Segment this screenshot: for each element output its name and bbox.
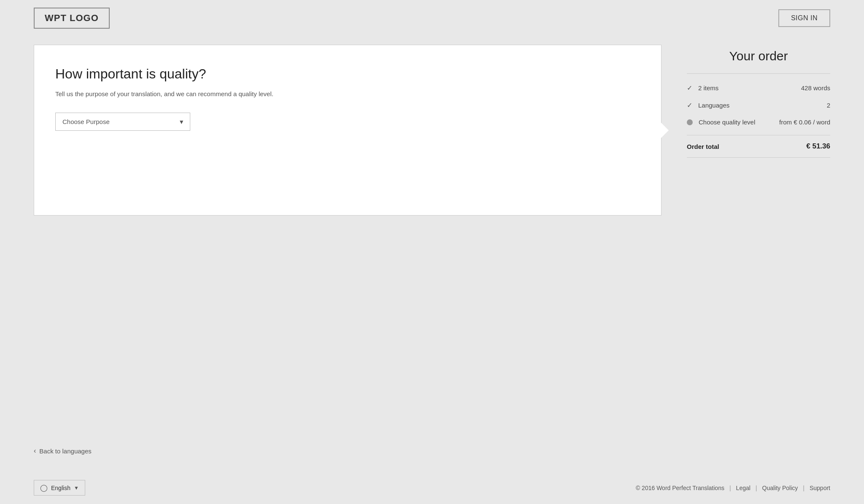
purpose-select[interactable]: Choose Purpose Professional Personal Mar… [55, 113, 190, 131]
order-quality-value: from € 0.06 / word [779, 119, 830, 126]
left-panel: How important is quality? Tell us the pu… [34, 45, 662, 216]
order-title: Your order [687, 49, 830, 63]
order-items-label: 2 items [698, 84, 718, 92]
header: WPT LOGO SIGN IN [0, 0, 864, 36]
dot-icon-quality [687, 119, 693, 125]
order-total-row: Order total € 51.36 [687, 142, 830, 151]
order-total-label: Order total [687, 143, 719, 150]
order-row-items: ✓ 2 items 428 words [687, 84, 830, 92]
language-select[interactable]: ◯ English ▼ [34, 480, 85, 496]
footer-divider-3: | [803, 485, 805, 491]
sign-in-button[interactable]: SIGN IN [778, 9, 830, 27]
order-quality-label: Choose quality level [699, 119, 755, 126]
quality-card: How important is quality? Tell us the pu… [34, 45, 662, 216]
purpose-select-wrapper: Choose Purpose Professional Personal Mar… [55, 113, 190, 131]
back-link-label: Back to languages [39, 447, 91, 455]
footer-link-quality-policy[interactable]: Quality Policy [762, 485, 798, 491]
order-row-items-left: ✓ 2 items [687, 84, 718, 92]
chevron-left-icon: ‹ [34, 447, 36, 455]
card-subtitle: Tell us the purpose of your translation,… [55, 90, 640, 97]
check-icon-items: ✓ [687, 84, 692, 92]
card-title: How important is quality? [55, 66, 640, 82]
footer-divider-2: | [756, 485, 757, 491]
order-top-divider [687, 73, 830, 74]
footer-divider-1: | [729, 485, 731, 491]
order-row-quality: Choose quality level from € 0.06 / word [687, 119, 830, 126]
order-total-value: € 51.36 [806, 142, 830, 151]
footer-links: © 2016 Word Perfect Translations | Legal… [636, 485, 830, 491]
footer: ◯ English ▼ © 2016 Word Perfect Translat… [0, 472, 864, 504]
chevron-down-icon-lang: ▼ [74, 485, 79, 491]
order-row-languages-left: ✓ Languages [687, 101, 729, 109]
order-row-languages: ✓ Languages 2 [687, 101, 830, 109]
language-label: English [51, 485, 70, 491]
order-row-quality-left: Choose quality level [687, 119, 755, 126]
order-panel: Your order ✓ 2 items 428 words ✓ Languag… [687, 45, 830, 158]
check-icon-languages: ✓ [687, 101, 692, 109]
order-total-divider [687, 135, 830, 135]
order-languages-value: 2 [827, 102, 830, 109]
footer-link-support[interactable]: Support [810, 485, 830, 491]
back-link-row: ‹ Back to languages [0, 443, 864, 472]
back-to-languages-link[interactable]: ‹ Back to languages [34, 447, 92, 455]
order-languages-label: Languages [698, 102, 729, 109]
footer-copyright: © 2016 Word Perfect Translations [636, 485, 724, 491]
footer-link-legal[interactable]: Legal [736, 485, 751, 491]
globe-icon: ◯ [40, 484, 48, 492]
logo: WPT LOGO [34, 8, 110, 29]
order-bottom-divider [687, 157, 830, 158]
main-content: How important is quality? Tell us the pu… [0, 36, 864, 443]
order-items-value: 428 words [801, 84, 830, 92]
